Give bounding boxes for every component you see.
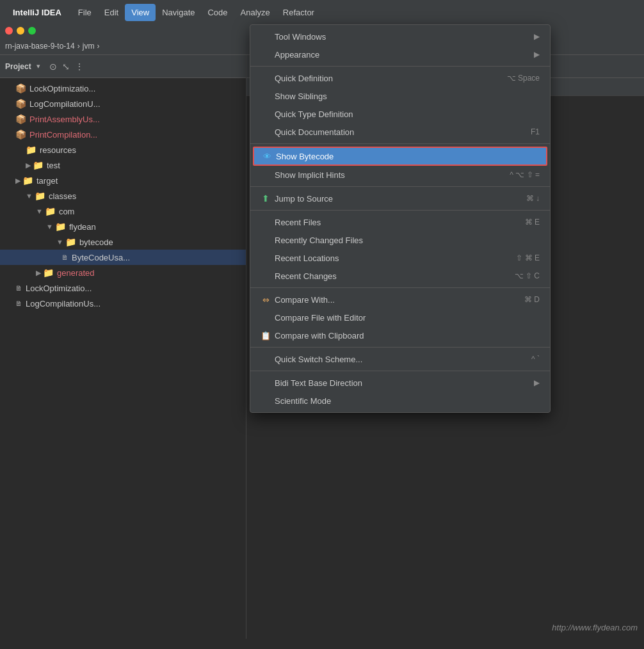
quick-doc-shortcut: F1 — [531, 127, 540, 136]
tree-item-classes[interactable]: ▼ 📁 classes — [0, 188, 246, 204]
menu-refactor[interactable]: Refactor — [277, 4, 321, 21]
menu-item-tool-windows[interactable]: Tool Windows ▶ — [250, 28, 550, 45]
tree-item-flydean[interactable]: ▼ 📁 flydean — [0, 219, 246, 234]
menu-item-quick-def[interactable]: Quick Definition ⌥ Space — [250, 69, 550, 87]
menu-item-recent-locations-label: Recent Locations — [275, 253, 339, 263]
app-brand: IntelliJ IDEA — [5, 8, 69, 17]
traffic-light-red[interactable] — [5, 27, 13, 35]
sidebar-dropdown-icon[interactable]: ▾ — [36, 62, 40, 70]
menu-item-recent-files-label: Recent Files — [275, 218, 321, 227]
menu-edit[interactable]: Edit — [98, 4, 125, 21]
tree-item-com[interactable]: ▼ 📁 com — [0, 204, 246, 219]
sidebar-title: Project — [5, 62, 31, 71]
traffic-light-green[interactable] — [28, 27, 36, 35]
menu-item-quick-doc-label: Quick Documentation — [275, 127, 354, 137]
tree-item-label-lockopt2: LockOptimizatio... — [26, 284, 92, 293]
sep-5 — [250, 287, 550, 288]
menu-item-quick-type[interactable]: Quick Type Definition — [250, 105, 550, 123]
breadcrumb-segment-1: rn-java-base-9-to-14 — [5, 42, 75, 51]
folder-icon-target: 📁 — [22, 175, 33, 186]
menu-analyze[interactable]: Analyze — [234, 4, 277, 21]
folder-icon-generated: 📁 — [43, 268, 54, 278]
menu-file[interactable]: File — [72, 4, 98, 21]
folder-icon-classes: 📁 — [35, 191, 45, 201]
tree-item-logcomp[interactable]: 📦 LogCompilationU... — [0, 96, 246, 111]
tree-item-bytecodeusage[interactable]: 🗎 ByteCodeUsa... — [0, 250, 246, 265]
tree-item-label-bytecode: bytecode — [79, 237, 113, 247]
tree-item-label-target: target — [36, 176, 58, 186]
menu-item-appearance[interactable]: Appearance ▶ — [250, 45, 550, 63]
menu-item-show-siblings[interactable]: Show Siblings — [250, 87, 550, 105]
quick-doc-icon — [261, 127, 271, 137]
menu-item-compare-with[interactable]: ⇔ Compare With... ⌘ D — [250, 291, 550, 308]
recent-locations-shortcut: ⇧ ⌘ E — [516, 253, 540, 262]
sep-3 — [250, 186, 550, 187]
tree-item-printassembly[interactable]: 📦 PrintAssemblyUs... — [0, 111, 246, 127]
menu-item-recent-files[interactable]: Recent Files ⌘ E — [250, 213, 550, 231]
menu-item-siblings-label: Show Siblings — [275, 92, 327, 101]
sidebar: Project ▾ ⊙ ⤡ ⋮ 📦 LockOptimizatio... 📦 L… — [0, 55, 246, 639]
tree-item-bytecode[interactable]: ▼ 📁 bytecode — [0, 234, 246, 250]
sidebar-target-icon[interactable]: ⊙ — [49, 61, 57, 72]
menubar: IntelliJ IDEA File Edit View Navigate Co… — [0, 0, 644, 24]
tree-item-lockopt2[interactable]: 🗎 LockOptimizatio... — [0, 280, 246, 296]
menu-code[interactable]: Code — [201, 4, 234, 21]
menu-item-show-bytecode[interactable]: 👁 Show Bytecode — [253, 147, 547, 166]
sidebar-expand-icon[interactable]: ⤡ — [62, 61, 70, 72]
breadcrumb-segment-2: jvm — [83, 42, 95, 51]
show-bytecode-icon: 👁 — [262, 151, 272, 161]
folder-icon-bytecode: 📁 — [65, 237, 76, 247]
quick-def-shortcut: ⌥ Space — [507, 74, 540, 83]
chevron-com: ▼ — [36, 207, 43, 215]
menu-item-compare-clipboard-label: Compare with Clipboard — [275, 331, 364, 341]
menu-item-quick-type-label: Quick Type Definition — [275, 109, 353, 119]
menu-view[interactable]: View — [125, 4, 156, 21]
recent-locations-icon — [261, 253, 271, 263]
file-icon-printcomp: 📦 — [15, 129, 26, 140]
menu-navigate[interactable]: Navigate — [156, 4, 201, 21]
sidebar-more-icon[interactable]: ⋮ — [75, 61, 84, 72]
menu-item-recent-changes[interactable]: Recent Changes ⌥ ⇧ C — [250, 267, 550, 285]
hints-shortcut: ^ ⌥ ⇧ = — [510, 170, 540, 179]
compare-with-icon: ⇔ — [261, 294, 271, 305]
file-icon-logcomp2: 🗎 — [15, 300, 22, 307]
tree-item-label-generated: generated — [57, 268, 95, 278]
tree-item-target[interactable]: ▶ 📁 target — [0, 173, 246, 188]
breadcrumb-sep-1: › — [77, 42, 80, 51]
tree-item-printcomp[interactable]: 📦 PrintCompilation... — [0, 127, 246, 142]
compare-editor-icon — [261, 312, 271, 323]
menu-item-bidi-text[interactable]: Bidi Text Base Direction ▶ — [250, 374, 550, 392]
tree-item-label-bytecodeusage: ByteCodeUsa... — [72, 253, 130, 262]
traffic-light-yellow[interactable] — [17, 27, 24, 35]
menu-item-quick-switch[interactable]: Quick Switch Scheme... ^ ` — [250, 350, 550, 368]
menu-item-recently-changed[interactable]: Recently Changed Files — [250, 231, 550, 249]
menu-item-scientific-mode[interactable]: Scientific Mode — [250, 392, 550, 410]
menu-item-recent-locations[interactable]: Recent Locations ⇧ ⌘ E — [250, 249, 550, 267]
jump-source-shortcut: ⌘ ↓ — [526, 194, 540, 203]
menu-item-compare-editor[interactable]: Compare File with Editor — [250, 308, 550, 326]
tree-item-label-printassembly: PrintAssemblyUs... — [29, 115, 100, 124]
menu-item-compare-with-label: Compare With... — [275, 295, 335, 305]
menu-item-show-hints[interactable]: Show Implicit Hints ^ ⌥ ⇧ = — [250, 166, 550, 184]
tree-item-label-flydean: flydean — [69, 222, 96, 232]
file-icon-lockopt2: 🗎 — [15, 284, 22, 292]
quick-def-icon — [261, 73, 271, 83]
chevron-flydean: ▼ — [46, 223, 53, 230]
tree-item-test[interactable]: ▶ 📁 test — [0, 157, 246, 173]
tree-item-generated[interactable]: ▶ 📁 generated — [0, 265, 246, 280]
compare-clipboard-icon: 📋 — [261, 330, 271, 341]
breadcrumb-sep-2: › — [97, 42, 99, 51]
sep-4 — [250, 210, 550, 211]
tree-item-lockopt[interactable]: 📦 LockOptimizatio... — [0, 81, 246, 96]
menu-item-jump-to-source[interactable]: ⬆ Jump to Source ⌘ ↓ — [250, 189, 550, 207]
menu-item-compare-clipboard[interactable]: 📋 Compare with Clipboard — [250, 326, 550, 344]
scientific-icon — [261, 396, 271, 406]
tree-item-logcomp2[interactable]: 🗎 LogCompilationUs... — [0, 296, 246, 311]
tree-item-resources[interactable]: 📁 resources — [0, 142, 246, 157]
watermark: http://www.flydean.com — [552, 623, 638, 632]
view-dropdown-menu: Tool Windows ▶ Appearance ▶ Quick Defini… — [250, 24, 551, 413]
chevron-bytecode: ▼ — [56, 238, 63, 246]
quick-switch-shortcut: ^ ` — [531, 355, 540, 364]
menu-item-recently-changed-label: Recently Changed Files — [275, 236, 363, 245]
menu-item-quick-doc[interactable]: Quick Documentation F1 — [250, 123, 550, 141]
